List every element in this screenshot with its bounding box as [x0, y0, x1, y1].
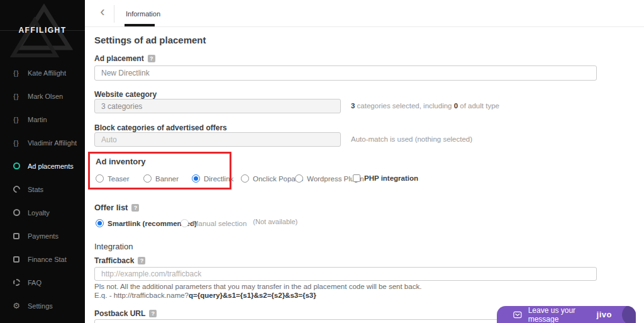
active-tab-underline	[125, 24, 155, 26]
website-category-input[interactable]	[94, 99, 341, 113]
manual-selection-note: (Not available)	[253, 218, 297, 225]
radio-disabled-icon	[180, 219, 189, 227]
radio-icon	[241, 174, 249, 183]
card-icon	[11, 233, 21, 239]
stats-icon	[11, 186, 21, 193]
radio-icon	[96, 174, 104, 183]
braces-icon: {}	[11, 93, 21, 100]
chat-widget-button[interactable]: Leave us your message jivo	[497, 306, 636, 323]
circle-outline-icon	[11, 209, 21, 216]
help-icon[interactable]: ?	[148, 55, 155, 62]
gear-icon: ⚙	[11, 302, 21, 310]
sidebar-nav: {} Kate Affilight {} Mark Olsen {} Marti…	[0, 61, 85, 317]
sidebar-item-label: Loyalty	[28, 209, 50, 217]
trafficback-note: Pls not. All the additional parameters t…	[94, 283, 421, 290]
header-divider	[114, 5, 114, 23]
checkbox-php-integration[interactable]: PHP integration	[353, 174, 418, 182]
sidebar-item-finance-stat[interactable]: Finance Stat	[0, 247, 85, 271]
sidebar-item-label: Finance Stat	[28, 256, 67, 263]
checkbox-icon	[353, 174, 360, 182]
chat-message: Leave us your message	[528, 306, 597, 323]
sidebar-item-label: Payments	[28, 232, 58, 240]
sidebar-item-label: Mark Olsen	[28, 93, 63, 100]
top-bar: ‹ Information	[85, 0, 644, 27]
sidebar-item-payments[interactable]: Payments	[0, 224, 85, 247]
radio-onclick-popads[interactable]: Onclick Popads	[241, 174, 303, 183]
brand-name: AFFILIGHT	[0, 26, 85, 35]
postback-url-label: Postback URL ?	[94, 309, 157, 318]
sidebar-item-label: FAQ	[28, 279, 42, 286]
block-categories-note: Auto-match is used (nothing selected)	[351, 135, 472, 143]
ad-inventory-title: Ad inventory	[96, 157, 145, 166]
offer-list-title: Offer list ?	[94, 203, 139, 212]
sidebar-item-vladimir-affilight[interactable]: {} Vladimir Affilight	[0, 131, 85, 154]
ad-placement-input[interactable]	[94, 65, 597, 81]
braces-icon: {}	[11, 139, 21, 147]
help-icon[interactable]: ?	[138, 257, 145, 264]
circle-icon	[11, 162, 21, 169]
card-icon	[11, 256, 21, 263]
radio-icon	[143, 174, 152, 183]
integration-title: Integration	[94, 242, 133, 251]
sidebar-item-stats[interactable]: Stats	[0, 178, 85, 201]
website-category-label: Website category	[94, 90, 157, 99]
help-icon[interactable]: ?	[131, 204, 139, 212]
help-icon[interactable]: ?	[149, 310, 157, 317]
sidebar-item-loyalty[interactable]: Loyalty	[0, 201, 85, 224]
sidebar-item-label: Kate Affilight	[28, 69, 66, 77]
sidebar-item-martin[interactable]: {} Martin	[0, 108, 85, 131]
sidebar-item-label: Vladimir Affilight	[28, 139, 77, 147]
braces-icon: {}	[11, 69, 21, 77]
trafficback-label: Trafficback ?	[94, 256, 145, 265]
radio-teaser[interactable]: Teaser	[96, 174, 130, 183]
website-category-note: 3 categories selected, including 0 of ad…	[351, 102, 499, 110]
block-categories-label: Block categories of advertised offers	[94, 123, 227, 132]
sidebar-item-ad-placements[interactable]: Ad placements	[0, 154, 85, 178]
refresh-circle-icon	[11, 279, 21, 286]
radio-manual-selection[interactable]: Manual selection (Not available)	[180, 219, 297, 227]
radio-selected-icon	[96, 219, 104, 227]
jivo-logo: jivo	[597, 310, 612, 319]
page-title: Settings of ad placement	[94, 35, 206, 45]
radio-directlink[interactable]: Directlink	[192, 174, 233, 183]
sidebar-item-mark-olsen[interactable]: {} Mark Olsen	[0, 84, 85, 108]
sidebar-item-label: Martin	[28, 116, 47, 123]
trafficback-example: E.q. - http://trafficback.name?q={query}…	[94, 292, 316, 299]
ad-placement-label: Ad placement ?	[94, 54, 155, 63]
sidebar-item-label: Stats	[28, 186, 43, 193]
chat-leaf-decoration	[622, 306, 636, 323]
radio-selected-icon	[192, 174, 200, 183]
sidebar-item-label: Ad placements	[28, 162, 74, 170]
sidebar-item-label: Settings	[28, 302, 53, 310]
main-content: Settings of ad placement Ad placement ? …	[85, 27, 644, 323]
radio-banner[interactable]: Banner	[143, 174, 179, 183]
trafficback-input[interactable]	[94, 267, 597, 281]
braces-icon: {}	[11, 116, 21, 123]
sidebar-item-settings[interactable]: ⚙ Settings	[0, 294, 85, 317]
radio-icon	[295, 174, 303, 183]
envelope-icon	[513, 310, 522, 319]
sidebar: AFFILIGHT {} Kate Affilight {} Mark Olse…	[0, 0, 85, 323]
block-categories-input[interactable]	[94, 132, 341, 147]
tab-information[interactable]: Information	[126, 0, 160, 27]
brand-logo: AFFILIGHT	[0, 0, 85, 61]
back-chevron-icon[interactable]: ‹	[95, 4, 110, 20]
sidebar-item-faq[interactable]: FAQ	[0, 271, 85, 294]
sidebar-item-kate-affilight[interactable]: {} Kate Affilight	[0, 61, 85, 84]
